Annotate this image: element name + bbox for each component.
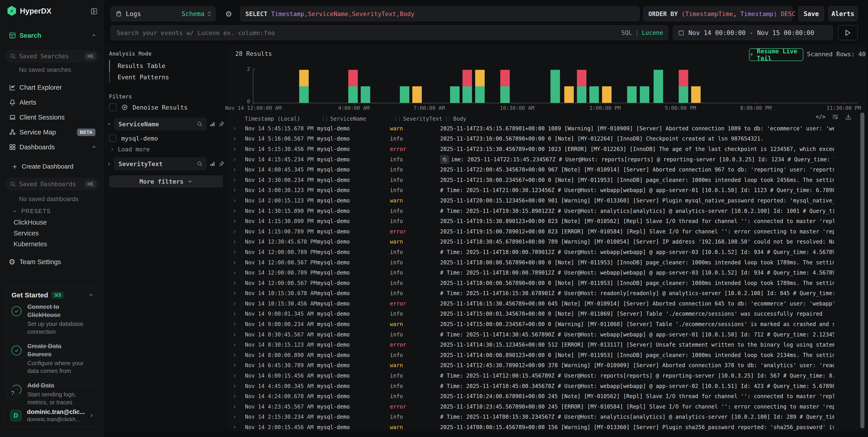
get-started-item[interactable]: Add Data Start sending logs, metrics, or… — [11, 382, 95, 406]
expand-row-chevron-icon[interactable] — [232, 158, 241, 162]
histogram-bar[interactable] — [564, 86, 574, 103]
table-row[interactable]: Nov 14 10:15:30.678 AM mysql-demo info #… — [228, 288, 843, 299]
copy-icon[interactable] — [440, 155, 449, 164]
expand-row-chevron-icon[interactable] — [232, 302, 241, 306]
select-query-box[interactable]: SELECT Timestamp,ServiceName,SeverityTex… — [240, 6, 640, 21]
date-range-picker[interactable]: Nov 14 00:00:00 - Nov 15 00:00:00 — [673, 25, 833, 40]
filter-value-mysql-demo[interactable]: mysql-demo — [109, 135, 158, 142]
save-button[interactable]: Save — [798, 6, 824, 21]
column-header-timestamp[interactable]: Timestamp (Local) — [241, 116, 317, 122]
table-row[interactable]: Nov 14 5:45:15.678 PM mysql-demo warn 20… — [228, 123, 843, 134]
expand-row-chevron-icon[interactable] — [232, 137, 241, 141]
help-button[interactable]: ? — [6, 387, 19, 400]
saved-searches-search[interactable]: ⌘K — [5, 50, 99, 62]
collapse-sidebar-icon[interactable] — [90, 7, 98, 15]
get-started-item[interactable]: Create Data Sources Configure where your… — [11, 342, 95, 375]
histogram-bar[interactable] — [577, 70, 586, 103]
table-row[interactable]: Nov 14 2:00:15.123 PM mysql-demo warn 20… — [228, 196, 843, 206]
table-row[interactable]: Nov 14 12:00:00.789 PM mysql-demo info #… — [228, 247, 843, 257]
table-row[interactable]: Nov 14 5:16:00.567 PM mysql-demo info 20… — [228, 134, 843, 144]
expand-row-chevron-icon[interactable] — [232, 312, 241, 316]
sidebar-item-service-map[interactable]: Service Map BETA — [0, 125, 103, 139]
wrap-lines-icon[interactable] — [832, 113, 839, 120]
lucene-mode-toggle[interactable]: Lucene — [642, 29, 663, 36]
sidebar-item-dashboards[interactable]: Dashboards — [0, 140, 103, 154]
chevron-right-icon[interactable] — [106, 161, 112, 166]
table-row[interactable]: Nov 14 6:45:30.789 AM mysql-demo warn 20… — [228, 360, 843, 371]
bar-chart-icon[interactable] — [209, 161, 216, 167]
histogram-bar[interactable] — [679, 70, 688, 103]
table-row[interactable]: Nov 14 1:30:15.890 PM mysql-demo info # … — [228, 206, 843, 216]
histogram-plot-area[interactable] — [253, 69, 858, 103]
source-selector[interactable]: Logs Schema — [111, 6, 216, 21]
denoise-checkbox[interactable] — [109, 103, 117, 111]
table-row[interactable]: Nov 14 4:00:45.345 PM mysql-demo info 20… — [228, 165, 843, 175]
analysis-mode-event-patterns[interactable]: Event Patterns — [109, 71, 169, 83]
vertical-scrollbar[interactable] — [860, 112, 864, 428]
resume-live-tail-button[interactable]: ⚡ Resume Live Tail — [749, 48, 803, 61]
saved-searches-input[interactable] — [19, 53, 84, 60]
alerts-button[interactable]: Alerts — [828, 6, 858, 21]
drag-handle-icon[interactable]: ⋮⋮ — [321, 116, 328, 122]
expand-row-chevron-icon[interactable] — [232, 147, 241, 151]
filter-group-search[interactable]: SeverityText — [114, 158, 207, 170]
histogram-bar[interactable] — [654, 70, 663, 103]
expand-row-chevron-icon[interactable] — [232, 425, 241, 429]
table-row[interactable]: Nov 14 8:30:45.567 AM mysql-demo info # … — [228, 330, 843, 340]
table-row[interactable]: Nov 14 4:23:45.567 AM mysql-demo error 2… — [228, 402, 843, 412]
sql-mode-toggle[interactable]: SQL — [621, 29, 632, 36]
presets-toggle[interactable]: PRESETS — [12, 208, 51, 214]
sidebar-item-search[interactable]: Search — [0, 29, 103, 42]
histogram-bar[interactable] — [475, 70, 485, 103]
code-view-icon[interactable]: </> — [816, 114, 826, 120]
preset-services[interactable]: Services — [13, 230, 39, 237]
expand-row-chevron-icon[interactable] — [232, 333, 241, 337]
expand-row-chevron-icon[interactable] — [232, 127, 241, 131]
expand-row-chevron-icon[interactable] — [232, 178, 241, 182]
column-header-severitytext[interactable]: ⋮⋮SeverityText — [390, 116, 440, 122]
table-row[interactable]: Nov 14 10:15:30.456 AM mysql-demo error … — [228, 299, 843, 309]
expand-row-chevron-icon[interactable] — [232, 168, 241, 172]
histogram-bar[interactable] — [450, 86, 460, 103]
sidebar-item-team-settings[interactable]: ⚙ Team Settings — [0, 255, 103, 269]
table-row[interactable]: Nov 14 12:30:45.678 PM mysql-demo warn 2… — [228, 237, 843, 247]
histogram-bar[interactable] — [400, 86, 409, 103]
saved-dashboards-search[interactable]: ⌘K — [5, 178, 99, 190]
more-filters-button[interactable]: More filters — [109, 175, 223, 188]
histogram-bar[interactable] — [348, 70, 358, 103]
table-row[interactable]: Nov 14 2:00:15.456 AM mysql-demo warn 20… — [228, 422, 843, 431]
sidebar-item-client-sessions[interactable]: Client Sessions — [0, 110, 103, 124]
table-row[interactable]: Nov 14 6:00:15.456 AM mysql-demo info # … — [228, 371, 843, 381]
preset-clickhouse[interactable]: ClickHouse — [13, 219, 47, 226]
histogram-bar[interactable] — [640, 86, 649, 103]
user-menu[interactable]: D dominic.tran@clic... dominic.tran@clic… — [5, 404, 99, 427]
filter-group-search[interactable]: ServiceName — [114, 118, 207, 130]
histogram-bar[interactable] — [627, 86, 637, 103]
source-settings-gear-icon[interactable]: ⚙ — [225, 9, 232, 19]
chevron-down-icon[interactable] — [106, 122, 112, 127]
event-search-input[interactable] — [116, 29, 621, 37]
histogram-bar[interactable] — [589, 86, 599, 103]
expand-row-chevron-icon[interactable] — [232, 219, 241, 223]
bar-chart-icon[interactable] — [209, 121, 216, 127]
expand-row-chevron-icon[interactable] — [232, 209, 241, 213]
expand-row-chevron-icon[interactable] — [232, 415, 241, 419]
filter-value-checkbox[interactable] — [109, 135, 116, 142]
table-row[interactable]: Nov 14 4:15:45.234 PM mysql-demo info im… — [228, 154, 843, 165]
column-header-body[interactable]: ⋮⋮Body — [440, 116, 848, 122]
expand-row-chevron-icon[interactable] — [232, 353, 241, 357]
chevron-up-icon[interactable] — [88, 292, 94, 298]
histogram-bar[interactable] — [551, 70, 560, 103]
histogram-bar[interactable] — [602, 86, 612, 103]
table-row[interactable]: Nov 14 12:00:00.567 PM mysql-demo info 2… — [228, 257, 843, 268]
expand-row-chevron-icon[interactable] — [232, 240, 241, 244]
expand-row-chevron-icon[interactable] — [232, 363, 241, 367]
table-row[interactable]: Nov 14 1:15:00.789 PM mysql-demo error 2… — [228, 226, 843, 237]
load-more-button[interactable]: Load more — [110, 146, 150, 153]
download-icon[interactable] — [845, 113, 852, 120]
saved-dashboards-input[interactable] — [19, 180, 84, 188]
expand-row-chevron-icon[interactable] — [232, 374, 241, 378]
table-row[interactable]: Nov 14 8:30:15.123 AM mysql-demo error 2… — [228, 340, 843, 350]
table-row[interactable]: Nov 14 4:45:00.345 AM mysql-demo info # … — [228, 381, 843, 391]
create-dashboard-button[interactable]: + Create Dashboard — [0, 160, 103, 173]
